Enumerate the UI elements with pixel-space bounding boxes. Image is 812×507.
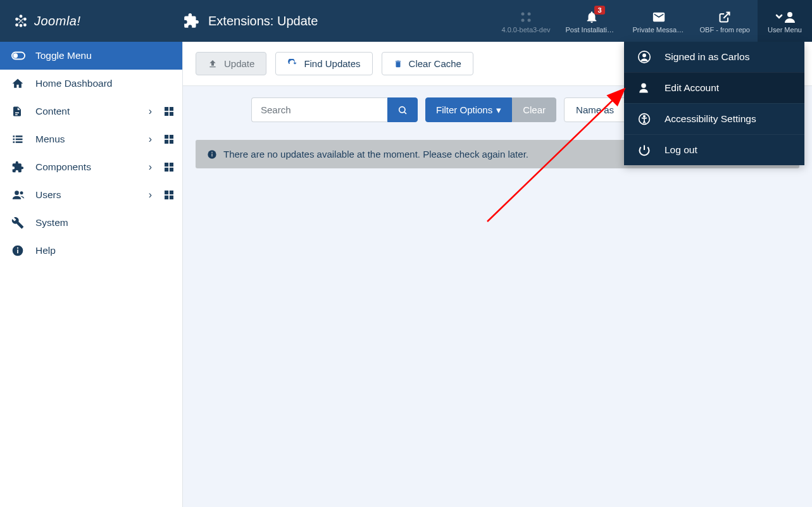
- svg-rect-30: [170, 196, 173, 199]
- chevron-right-icon: ›: [149, 106, 152, 117]
- top-item-post-install[interactable]: 3 Post Installation …: [558, 0, 625, 42]
- search-icon: [397, 105, 408, 115]
- dashboard-icon[interactable]: [165, 163, 173, 172]
- sidebar-item-users[interactable]: Users ›: [0, 181, 182, 209]
- sidebar-item-label: Help: [35, 245, 173, 256]
- user-circle-icon: [638, 51, 652, 63]
- svg-rect-9: [165, 112, 168, 116]
- dd-edit-account-label: Edit Account: [665, 82, 719, 94]
- sidebar-item-label: Components: [35, 161, 139, 173]
- sidebar-item-label: Home Dashboard: [35, 78, 173, 89]
- chevron-down-icon: ▾: [496, 104, 501, 116]
- joomla-logo-icon: [14, 14, 28, 28]
- svg-rect-28: [170, 191, 173, 194]
- dd-edit-account[interactable]: Edit Account: [624, 72, 804, 103]
- file-icon: [11, 105, 25, 118]
- dashboard-icon[interactable]: [165, 107, 173, 116]
- svg-rect-15: [13, 141, 15, 143]
- search-input[interactable]: [251, 97, 387, 122]
- svg-rect-20: [170, 140, 173, 144]
- dashboard-icon[interactable]: [165, 191, 173, 199]
- dd-accessibility[interactable]: Accessibility Settings: [624, 103, 804, 134]
- top-item-obf-label: OBF - from repo: [700, 26, 750, 34]
- svg-point-40: [641, 84, 646, 89]
- power-icon: [638, 144, 652, 156]
- top-item-version[interactable]: 4.0.0-beta3-dev: [494, 0, 558, 42]
- sidebar-item-help[interactable]: Help: [0, 237, 182, 265]
- brand[interactable]: Joomla!: [0, 14, 183, 28]
- user-menu-icon: [774, 8, 796, 26]
- svg-rect-19: [165, 140, 168, 144]
- top-item-private-messages[interactable]: Private Messages: [625, 0, 692, 42]
- chevron-right-icon: ›: [149, 161, 152, 173]
- sidebar-item-menus[interactable]: Menus ›: [0, 125, 182, 153]
- sidebar-item-system[interactable]: System: [0, 209, 182, 237]
- svg-rect-22: [170, 163, 173, 166]
- update-button: Update: [196, 52, 266, 75]
- svg-point-34: [399, 106, 405, 112]
- sidebar-item-content[interactable]: Content ›: [0, 97, 182, 125]
- svg-rect-24: [170, 168, 173, 172]
- svg-point-33: [17, 247, 18, 249]
- trash-icon: [394, 59, 403, 69]
- svg-rect-10: [170, 112, 173, 116]
- dd-logout-label: Log out: [665, 144, 697, 156]
- sidebar-item-components[interactable]: Components ›: [0, 153, 182, 181]
- sidebar-item-home[interactable]: Home Dashboard: [0, 70, 182, 97]
- svg-rect-7: [165, 107, 168, 111]
- sidebar-toggle[interactable]: Toggle Menu: [0, 42, 182, 70]
- svg-rect-11: [13, 135, 15, 137]
- svg-point-26: [20, 191, 23, 194]
- user-menu-dropdown: Signed in as Carlos Edit Account Accessi…: [624, 42, 804, 165]
- alert-text: There are no updates available at the mo…: [223, 149, 528, 160]
- filter-options-button[interactable]: Filter Options ▾: [425, 97, 512, 122]
- svg-point-39: [642, 54, 646, 58]
- filter-options-group: Filter Options ▾ Clear: [425, 97, 556, 122]
- joomla-version-icon: [520, 8, 532, 26]
- toggle-icon: [11, 49, 25, 63]
- clear-cache-button[interactable]: Clear Cache: [382, 52, 473, 75]
- svg-point-2: [522, 19, 525, 22]
- svg-rect-23: [165, 168, 168, 172]
- dd-signed-in-label: Signed in as Carlos: [665, 51, 749, 63]
- puzzle-small-icon: [11, 161, 25, 173]
- top-item-version-label: 4.0.0-beta3-dev: [501, 26, 550, 34]
- search-button[interactable]: [387, 97, 418, 122]
- clear-cache-label: Clear Cache: [409, 58, 461, 69]
- svg-rect-14: [16, 139, 23, 141]
- info-circle-icon: [207, 149, 217, 160]
- refresh-icon: [287, 59, 297, 69]
- top-item-user-menu[interactable]: User Menu: [758, 0, 812, 42]
- svg-rect-16: [16, 141, 23, 143]
- user-icon: [638, 82, 652, 94]
- users-icon: [11, 189, 25, 201]
- top-item-post-install-label: Post Installation …: [566, 26, 618, 34]
- bell-icon: 3: [585, 8, 599, 26]
- svg-point-0: [522, 13, 525, 16]
- chevron-right-icon: ›: [149, 134, 152, 145]
- svg-rect-32: [17, 249, 18, 253]
- top-item-obf[interactable]: OBF - from repo: [692, 0, 758, 42]
- update-button-label: Update: [224, 58, 254, 69]
- puzzle-icon: [183, 13, 199, 29]
- info-icon: [11, 244, 25, 257]
- page-title-area: Extensions: Update: [183, 13, 494, 29]
- find-updates-button[interactable]: Find Updates: [275, 52, 372, 75]
- svg-rect-18: [170, 135, 173, 139]
- svg-rect-27: [165, 191, 168, 194]
- dd-signed-in: Signed in as Carlos: [624, 42, 804, 72]
- clear-button[interactable]: Clear: [512, 97, 556, 122]
- dd-logout[interactable]: Log out: [624, 134, 804, 165]
- svg-point-42: [644, 116, 646, 118]
- filter-options-label: Filter Options: [436, 104, 492, 115]
- sidebar-item-label: Content: [35, 106, 139, 117]
- sidebar-item-label: Users: [35, 189, 139, 201]
- search-group: [251, 97, 418, 122]
- page-title: Extensions: Update: [208, 14, 318, 28]
- sidebar-item-label: Menus: [35, 134, 139, 145]
- wrench-icon: [11, 216, 25, 229]
- dashboard-icon[interactable]: [165, 135, 173, 144]
- external-link-icon: [718, 8, 731, 26]
- svg-rect-13: [13, 139, 15, 141]
- svg-rect-29: [165, 196, 168, 199]
